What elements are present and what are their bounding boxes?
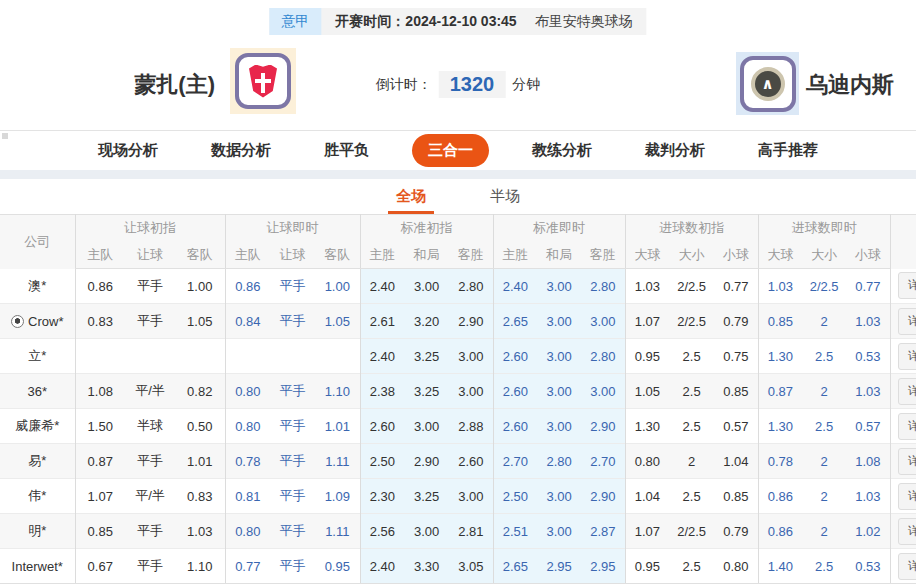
odds-cell-gi: 0.57: [714, 409, 758, 444]
detail-button[interactable]: 详情: [898, 483, 916, 510]
odds-cell-hl: [225, 339, 270, 374]
detail-button[interactable]: 详情: [898, 378, 916, 405]
odds-cell-sl: 2.95: [537, 549, 581, 584]
detail-button[interactable]: 详情: [898, 343, 916, 370]
detail-cell: 详情: [890, 374, 916, 409]
odds-cell-si: 2.50: [360, 444, 404, 479]
nav-tab-5[interactable]: 裁判分析: [635, 134, 715, 167]
group-header-hl: 让球即时: [225, 215, 360, 242]
odds-cell-hl: 0.77: [225, 549, 270, 584]
company-column-header: 公司: [0, 215, 75, 269]
monza-badge-icon: [235, 53, 291, 109]
odds-cell-hi: 0.85: [75, 514, 125, 549]
odds-cell-hi: 0.86: [75, 269, 125, 304]
detail-button[interactable]: 详情: [898, 413, 916, 440]
odds-cell-gl: 1.02: [846, 514, 890, 549]
odds-cell-sl: 2.70: [493, 444, 537, 479]
group-header-hi: 让球初指: [75, 215, 225, 242]
group-header-sl: 标准即时: [493, 215, 625, 242]
nav-tab-2[interactable]: 胜平负: [314, 134, 379, 167]
detail-cell: 详情: [890, 269, 916, 304]
detail-button[interactable]: 详情: [898, 518, 916, 545]
udinese-badge-icon: ∧: [740, 56, 796, 112]
table-row: 易*0.87平手1.010.78平手1.112.502.902.602.702.…: [0, 444, 916, 479]
sub-header-si-0: 主胜: [360, 242, 404, 269]
nav-tab-3[interactable]: 三合一: [412, 134, 489, 167]
nav-tab-0[interactable]: 现场分析: [88, 134, 168, 167]
odds-cell-hl: 1.01: [315, 409, 360, 444]
odds-cell-gl: 0.86: [758, 479, 802, 514]
detail-cell: 详情: [890, 549, 916, 584]
odds-cell-gl: 2/2.5: [802, 269, 846, 304]
odds-cell-si: 2.90: [404, 444, 449, 479]
odds-cell-gi: 1.04: [625, 479, 669, 514]
odds-cell-hi: 平手: [125, 514, 175, 549]
odds-cell-gl: 1.30: [758, 409, 802, 444]
odds-cell-gi: 1.03: [625, 269, 669, 304]
odds-cell-gi: 2.5: [669, 374, 714, 409]
detail-cell: 详情: [890, 514, 916, 549]
odds-cell-gl: 2: [802, 479, 846, 514]
odds-cell-hi: 1.03: [175, 514, 225, 549]
kickoff-value: 2024-12-10 03:45: [405, 13, 516, 29]
odds-cell-sl: 2.90: [581, 409, 625, 444]
sub-header-hl-1: 让球: [270, 242, 315, 269]
odds-cell-gl: 0.53: [846, 549, 890, 584]
company-cell: 立*: [0, 339, 75, 374]
odds-cell-hl: 0.84: [225, 304, 270, 339]
company-cell: Interwet*: [0, 549, 75, 584]
odds-cell-gi: 1.07: [625, 514, 669, 549]
detail-button[interactable]: 详情: [898, 308, 916, 335]
odds-cell-gi: 0.75: [714, 339, 758, 374]
odds-cell-gl: 0.86: [758, 514, 802, 549]
detail-button[interactable]: 详情: [898, 272, 916, 299]
odds-cell-sl: 2.51: [493, 514, 537, 549]
odds-cell-si: 3.00: [449, 339, 493, 374]
nav-tab-6[interactable]: 高手推荐: [748, 134, 828, 167]
odds-cell-gi: 0.85: [714, 374, 758, 409]
sub-tab-1[interactable]: 半场: [482, 181, 528, 214]
sub-header-sl-0: 主胜: [493, 242, 537, 269]
odds-cell-si: 3.05: [449, 549, 493, 584]
odds-cell-si: 2.81: [449, 514, 493, 549]
odds-cell-sl: 3.00: [537, 374, 581, 409]
kickoff-label: 开赛时间：: [335, 13, 405, 29]
sub-tab-0[interactable]: 全场: [388, 181, 434, 214]
odds-cell-sl: 2.80: [581, 339, 625, 374]
odds-cell-hi: 平手: [125, 304, 175, 339]
odds-cell-si: 3.00: [404, 409, 449, 444]
odds-cell-sl: 2.87: [581, 514, 625, 549]
odds-cell-gl: 0.53: [846, 339, 890, 374]
odds-cell-gi: 1.05: [625, 374, 669, 409]
odds-cell-hi: 0.82: [175, 374, 225, 409]
group-header-gi: 进球数初指: [625, 215, 758, 242]
sub-header-si-2: 客胜: [449, 242, 493, 269]
detail-button[interactable]: 详情: [898, 448, 916, 475]
odds-cell-si: 2.40: [360, 549, 404, 584]
sub-header-gi-2: 小球: [714, 242, 758, 269]
detail-cell: 详情: [890, 339, 916, 374]
odds-cell-hi: 平/半: [125, 374, 175, 409]
odds-cell-hi: 0.87: [75, 444, 125, 479]
nav-tab-1[interactable]: 数据分析: [201, 134, 281, 167]
odds-cell-gi: 2.5: [669, 479, 714, 514]
detail-button[interactable]: 详情: [898, 553, 916, 580]
detail-column-header: [890, 215, 916, 269]
nav-tab-4[interactable]: 教练分析: [522, 134, 602, 167]
odds-cell-si: 3.25: [404, 339, 449, 374]
analysis-nav-tabs: 现场分析数据分析胜平负三合一教练分析裁判分析高手推荐: [0, 130, 916, 170]
odds-cell-si: 3.25: [404, 374, 449, 409]
company-cell: 明*: [0, 514, 75, 549]
odds-cell-gi: 0.77: [714, 269, 758, 304]
odds-cell-hi: 平手: [125, 444, 175, 479]
odds-cell-si: 3.00: [449, 374, 493, 409]
odds-cell-gl: 2: [802, 374, 846, 409]
odds-cell-hl: 平手: [270, 409, 315, 444]
odds-cell-sl: 3.00: [581, 374, 625, 409]
odds-cell-hl: 平手: [270, 514, 315, 549]
odds-cell-gl: 1.03: [846, 374, 890, 409]
odds-cell-sl: 3.00: [537, 479, 581, 514]
odds-cell-gi: 0.80: [625, 444, 669, 479]
odds-cell-hl: 1.05: [315, 304, 360, 339]
odds-cell-gi: 2/2.5: [669, 304, 714, 339]
